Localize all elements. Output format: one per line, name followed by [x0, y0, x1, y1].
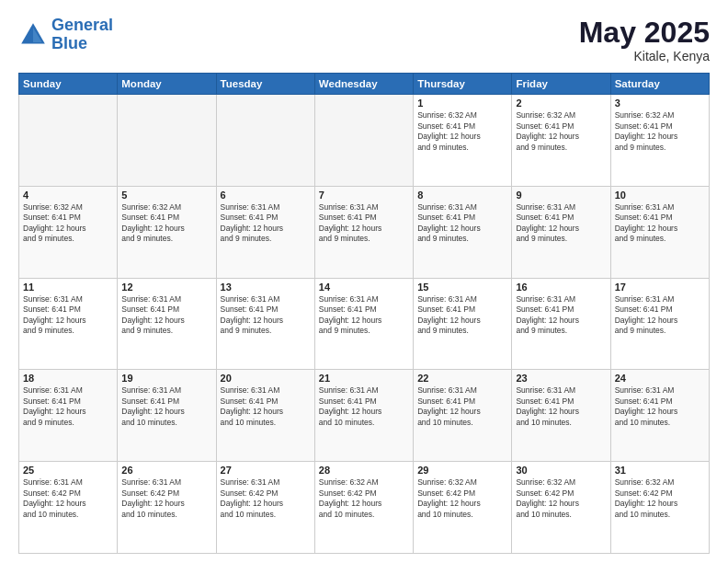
day-info: Sunrise: 6:31 AM Sunset: 6:41 PM Dayligh…	[319, 385, 409, 428]
page: General Blue May 2025 Kitale, Kenya Sund…	[0, 0, 728, 563]
day-info: Sunrise: 6:31 AM Sunset: 6:41 PM Dayligh…	[516, 202, 606, 245]
month-title: May 2025	[579, 17, 710, 49]
col-monday: Monday	[118, 74, 216, 95]
day-info: Sunrise: 6:31 AM Sunset: 6:41 PM Dayligh…	[23, 294, 113, 337]
day-info: Sunrise: 6:32 AM Sunset: 6:41 PM Dayligh…	[121, 202, 211, 245]
day-info: Sunrise: 6:32 AM Sunset: 6:42 PM Dayligh…	[319, 477, 409, 520]
day-info: Sunrise: 6:31 AM Sunset: 6:41 PM Dayligh…	[23, 385, 113, 428]
col-tuesday: Tuesday	[216, 74, 314, 95]
day-cell-1-2: 6Sunrise: 6:31 AM Sunset: 6:41 PM Daylig…	[216, 186, 314, 278]
week-row-3: 11Sunrise: 6:31 AM Sunset: 6:41 PM Dayli…	[19, 278, 710, 370]
day-number: 24	[615, 373, 705, 384]
day-cell-3-1: 19Sunrise: 6:31 AM Sunset: 6:41 PM Dayli…	[118, 370, 216, 462]
day-info: Sunrise: 6:31 AM Sunset: 6:41 PM Dayligh…	[516, 294, 606, 337]
day-cell-0-0	[19, 95, 118, 187]
header: General Blue May 2025 Kitale, Kenya	[18, 17, 710, 63]
day-cell-3-5: 23Sunrise: 6:31 AM Sunset: 6:41 PM Dayli…	[512, 370, 610, 462]
day-number: 29	[417, 465, 507, 476]
day-number: 11	[23, 282, 113, 293]
day-number: 3	[615, 98, 705, 109]
day-cell-4-1: 26Sunrise: 6:31 AM Sunset: 6:42 PM Dayli…	[118, 462, 216, 554]
day-cell-3-4: 22Sunrise: 6:31 AM Sunset: 6:41 PM Dayli…	[414, 370, 512, 462]
day-number: 21	[319, 373, 409, 384]
day-number: 1	[417, 98, 507, 109]
day-number: 12	[121, 282, 211, 293]
day-number: 4	[23, 190, 113, 201]
logo-blue: Blue	[51, 34, 87, 52]
location-subtitle: Kitale, Kenya	[579, 49, 710, 63]
day-info: Sunrise: 6:32 AM Sunset: 6:41 PM Dayligh…	[23, 202, 113, 245]
day-info: Sunrise: 6:31 AM Sunset: 6:41 PM Dayligh…	[221, 294, 311, 337]
day-info: Sunrise: 6:31 AM Sunset: 6:42 PM Dayligh…	[121, 477, 211, 520]
day-cell-0-2	[216, 95, 314, 187]
day-cell-1-5: 9Sunrise: 6:31 AM Sunset: 6:41 PM Daylig…	[512, 186, 610, 278]
day-number: 30	[516, 465, 606, 476]
day-number: 15	[417, 282, 507, 293]
day-cell-1-0: 4Sunrise: 6:32 AM Sunset: 6:41 PM Daylig…	[19, 186, 118, 278]
day-number: 23	[516, 373, 606, 384]
day-cell-3-2: 20Sunrise: 6:31 AM Sunset: 6:41 PM Dayli…	[216, 370, 314, 462]
logo: General Blue	[18, 17, 113, 53]
day-info: Sunrise: 6:31 AM Sunset: 6:41 PM Dayligh…	[417, 385, 507, 428]
day-cell-2-3: 14Sunrise: 6:31 AM Sunset: 6:41 PM Dayli…	[314, 278, 413, 370]
day-cell-1-3: 7Sunrise: 6:31 AM Sunset: 6:41 PM Daylig…	[314, 186, 413, 278]
day-number: 20	[221, 373, 311, 384]
day-cell-2-2: 13Sunrise: 6:31 AM Sunset: 6:41 PM Dayli…	[216, 278, 314, 370]
day-info: Sunrise: 6:32 AM Sunset: 6:42 PM Dayligh…	[516, 477, 606, 520]
col-thursday: Thursday	[414, 74, 512, 95]
day-number: 31	[615, 465, 705, 476]
day-cell-0-1	[118, 95, 216, 187]
day-number: 26	[121, 465, 211, 476]
day-cell-1-1: 5Sunrise: 6:32 AM Sunset: 6:41 PM Daylig…	[118, 186, 216, 278]
day-info: Sunrise: 6:31 AM Sunset: 6:42 PM Dayligh…	[23, 477, 113, 520]
day-cell-2-0: 11Sunrise: 6:31 AM Sunset: 6:41 PM Dayli…	[19, 278, 118, 370]
day-info: Sunrise: 6:32 AM Sunset: 6:41 PM Dayligh…	[417, 110, 507, 153]
week-row-5: 25Sunrise: 6:31 AM Sunset: 6:42 PM Dayli…	[19, 462, 710, 554]
day-number: 9	[516, 190, 606, 201]
day-cell-0-5: 2Sunrise: 6:32 AM Sunset: 6:41 PM Daylig…	[512, 95, 610, 187]
day-info: Sunrise: 6:32 AM Sunset: 6:42 PM Dayligh…	[417, 477, 507, 520]
day-info: Sunrise: 6:32 AM Sunset: 6:41 PM Dayligh…	[615, 110, 705, 153]
logo-icon	[18, 20, 48, 50]
day-number: 13	[221, 282, 311, 293]
day-cell-2-4: 15Sunrise: 6:31 AM Sunset: 6:41 PM Dayli…	[414, 278, 512, 370]
day-number: 22	[417, 373, 507, 384]
day-info: Sunrise: 6:31 AM Sunset: 6:41 PM Dayligh…	[319, 202, 409, 245]
day-number: 6	[221, 190, 311, 201]
logo-general: General	[51, 16, 113, 34]
day-info: Sunrise: 6:31 AM Sunset: 6:41 PM Dayligh…	[516, 385, 606, 428]
day-info: Sunrise: 6:31 AM Sunset: 6:41 PM Dayligh…	[121, 294, 211, 337]
day-cell-0-3	[314, 95, 413, 187]
day-number: 18	[23, 373, 113, 384]
day-cell-2-6: 17Sunrise: 6:31 AM Sunset: 6:41 PM Dayli…	[610, 278, 709, 370]
calendar-header-row: Sunday Monday Tuesday Wednesday Thursday…	[19, 74, 710, 95]
day-cell-4-2: 27Sunrise: 6:31 AM Sunset: 6:42 PM Dayli…	[216, 462, 314, 554]
day-cell-0-4: 1Sunrise: 6:32 AM Sunset: 6:41 PM Daylig…	[414, 95, 512, 187]
day-cell-2-1: 12Sunrise: 6:31 AM Sunset: 6:41 PM Dayli…	[118, 278, 216, 370]
day-info: Sunrise: 6:31 AM Sunset: 6:41 PM Dayligh…	[221, 202, 311, 245]
day-info: Sunrise: 6:32 AM Sunset: 6:41 PM Dayligh…	[516, 110, 606, 153]
day-cell-1-6: 10Sunrise: 6:31 AM Sunset: 6:41 PM Dayli…	[610, 186, 709, 278]
week-row-2: 4Sunrise: 6:32 AM Sunset: 6:41 PM Daylig…	[19, 186, 710, 278]
title-block: May 2025 Kitale, Kenya	[579, 17, 710, 63]
col-sunday: Sunday	[19, 74, 118, 95]
day-number: 2	[516, 98, 606, 109]
day-info: Sunrise: 6:31 AM Sunset: 6:41 PM Dayligh…	[417, 202, 507, 245]
day-number: 28	[319, 465, 409, 476]
day-number: 14	[319, 282, 409, 293]
day-number: 19	[121, 373, 211, 384]
day-info: Sunrise: 6:31 AM Sunset: 6:41 PM Dayligh…	[121, 385, 211, 428]
day-cell-3-0: 18Sunrise: 6:31 AM Sunset: 6:41 PM Dayli…	[19, 370, 118, 462]
day-cell-4-0: 25Sunrise: 6:31 AM Sunset: 6:42 PM Dayli…	[19, 462, 118, 554]
day-cell-4-6: 31Sunrise: 6:32 AM Sunset: 6:42 PM Dayli…	[610, 462, 709, 554]
week-row-1: 1Sunrise: 6:32 AM Sunset: 6:41 PM Daylig…	[19, 95, 710, 187]
calendar-table: Sunday Monday Tuesday Wednesday Thursday…	[18, 73, 710, 554]
day-number: 5	[121, 190, 211, 201]
day-info: Sunrise: 6:31 AM Sunset: 6:41 PM Dayligh…	[615, 385, 705, 428]
col-wednesday: Wednesday	[314, 74, 413, 95]
day-number: 27	[221, 465, 311, 476]
day-cell-0-6: 3Sunrise: 6:32 AM Sunset: 6:41 PM Daylig…	[610, 95, 709, 187]
col-saturday: Saturday	[610, 74, 709, 95]
day-number: 16	[516, 282, 606, 293]
week-row-4: 18Sunrise: 6:31 AM Sunset: 6:41 PM Dayli…	[19, 370, 710, 462]
